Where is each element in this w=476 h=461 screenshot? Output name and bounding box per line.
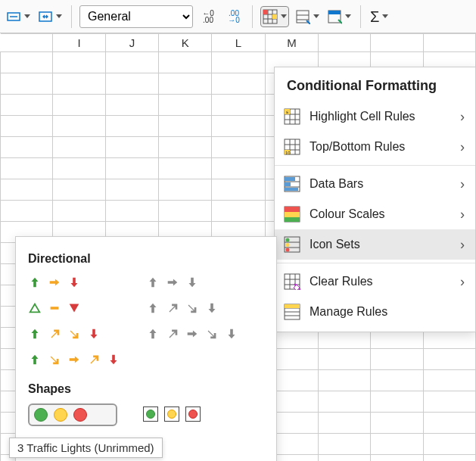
iconset-3-arrows-colored[interactable]: [28, 273, 120, 291]
svg-point-24: [286, 243, 290, 247]
square-yellow-icon: [164, 406, 179, 422]
conditional-formatting-icon: [263, 9, 278, 24]
autosum-button[interactable]: Σ: [369, 6, 390, 27]
menu-item-data-bars[interactable]: Data Bars ›: [275, 169, 475, 199]
directional-sets: [28, 273, 264, 369]
chevron-right-icon: ›: [460, 109, 465, 125]
svg-rect-17: [285, 188, 298, 191]
data-bars-icon: [284, 176, 300, 192]
column-header[interactable]: [423, 34, 475, 52]
manage-rules-icon: [284, 304, 300, 320]
arrow-diag-up-icon: [166, 327, 179, 341]
svg-rect-7: [328, 11, 341, 14]
chevron-down-icon: [313, 14, 319, 18]
arrow-down-icon: [67, 276, 81, 289]
arrow-up-icon: [146, 327, 160, 341]
menu-title: Conditional Formatting: [275, 67, 475, 101]
menu-item-label: Top/Bottom Rules: [310, 140, 451, 154]
arrow-up-icon: [146, 276, 160, 289]
svg-rect-29: [51, 307, 59, 310]
decrease-decimal-button[interactable]: ←0.00: [198, 6, 219, 27]
arrow-down-icon: [87, 327, 101, 341]
chevron-right-icon: ›: [460, 176, 465, 192]
top-bottom-rules-icon: 10: [284, 139, 300, 155]
menu-item-label: Data Bars: [310, 177, 451, 191]
arrow-diag-down-icon: [48, 353, 61, 366]
merge-button[interactable]: [36, 6, 64, 27]
icon-sets-icon: [284, 236, 300, 253]
iconset-4-arrows-grey[interactable]: [146, 299, 238, 317]
chevron-down-icon: [281, 14, 287, 18]
square-green-icon: [143, 406, 158, 422]
menu-item-colour-scales[interactable]: Colour Scales ›: [275, 199, 475, 229]
format-as-table-button[interactable]: [294, 6, 321, 27]
circle-green-icon: [34, 408, 48, 422]
cell-styles-button[interactable]: [325, 6, 353, 27]
section-heading-directional: Directional: [28, 252, 264, 266]
square-red-icon: [185, 406, 201, 422]
arrow-down-icon: [205, 301, 219, 315]
triangle-up-icon: [28, 301, 42, 315]
increase-decimal-button[interactable]: .00→0: [223, 6, 244, 27]
column-header[interactable]: J: [105, 34, 158, 52]
chevron-down-icon: [56, 14, 62, 18]
svg-rect-16: [285, 182, 291, 186]
wrap-text-button[interactable]: [5, 6, 32, 27]
menu-item-icon-sets[interactable]: Icon Sets ›: [275, 229, 475, 260]
menu-item-manage-rules[interactable]: Manage Rules: [275, 297, 475, 327]
chevron-down-icon: [24, 14, 30, 18]
colour-scales-icon: [284, 206, 300, 223]
menu-item-label: Highlight Cell Rules: [310, 110, 451, 123]
menu-item-label: Manage Rules: [310, 305, 465, 319]
icon-sets-submenu: Directional: [15, 236, 277, 461]
column-header[interactable]: K: [159, 34, 212, 52]
spreadsheet-grid[interactable]: I J K L M Conditional Formattin: [0, 33, 476, 461]
iconset-4-arrows-colored[interactable]: [28, 325, 120, 343]
column-header-row: I J K L M: [1, 34, 476, 52]
chevron-down-icon: [345, 14, 351, 18]
arrow-up-icon: [28, 353, 42, 366]
menu-item-clear-rules[interactable]: Clear Rules ›: [275, 266, 475, 297]
menu-item-label: Clear Rules: [310, 275, 451, 288]
svg-rect-4: [272, 14, 277, 19]
clear-rules-icon: [284, 273, 300, 290]
arrow-up-icon: [28, 276, 42, 289]
svg-point-25: [286, 248, 290, 252]
menu-item-label: Colour Scales: [310, 207, 451, 221]
column-header[interactable]: L: [212, 34, 265, 52]
column-header[interactable]: [371, 34, 423, 52]
arrow-diag-up-icon: [48, 327, 61, 341]
separator: [252, 5, 253, 28]
column-header[interactable]: M: [265, 34, 319, 52]
iconset-3-traffic-lights-rimmed[interactable]: [143, 403, 201, 425]
conditional-formatting-button[interactable]: [260, 6, 289, 27]
iconset-3-arrows-grey[interactable]: [146, 273, 238, 291]
iconset-5-arrows-colored[interactable]: [28, 350, 120, 369]
separator: [360, 5, 361, 28]
column-header[interactable]: [319, 34, 371, 52]
menu-item-top-bottom-rules[interactable]: 10 Top/Bottom Rules ›: [275, 132, 475, 162]
menu-item-highlight-cell-rules[interactable]: ≤ Highlight Cell Rules ›: [275, 101, 475, 132]
section-heading-shapes: Shapes: [28, 382, 264, 396]
arrow-diag-down-icon: [205, 327, 219, 341]
iconset-3-triangles[interactable]: [28, 299, 120, 317]
iconset-3-traffic-lights-unrimmed[interactable]: [28, 403, 117, 426]
column-header[interactable]: I: [53, 34, 106, 52]
arrow-up-icon: [146, 301, 160, 315]
arrow-diag-down-icon: [185, 301, 199, 315]
svg-point-23: [286, 238, 290, 242]
chevron-down-icon: [382, 14, 388, 18]
svg-text:10: 10: [285, 151, 291, 155]
menu-item-label: Icon Sets: [310, 238, 451, 251]
iconset-5-arrows-grey[interactable]: [146, 325, 238, 343]
separator: [71, 5, 72, 28]
chevron-right-icon: ›: [460, 237, 465, 253]
arrow-down-icon: [107, 353, 120, 366]
arrow-diag-up-icon: [87, 353, 101, 366]
arrow-down-icon: [185, 276, 199, 289]
arrow-right-icon: [185, 327, 199, 341]
arrow-up-icon: [28, 327, 42, 341]
number-format-select[interactable]: General: [79, 5, 193, 28]
svg-rect-28: [285, 304, 300, 308]
dash-icon: [48, 301, 61, 315]
